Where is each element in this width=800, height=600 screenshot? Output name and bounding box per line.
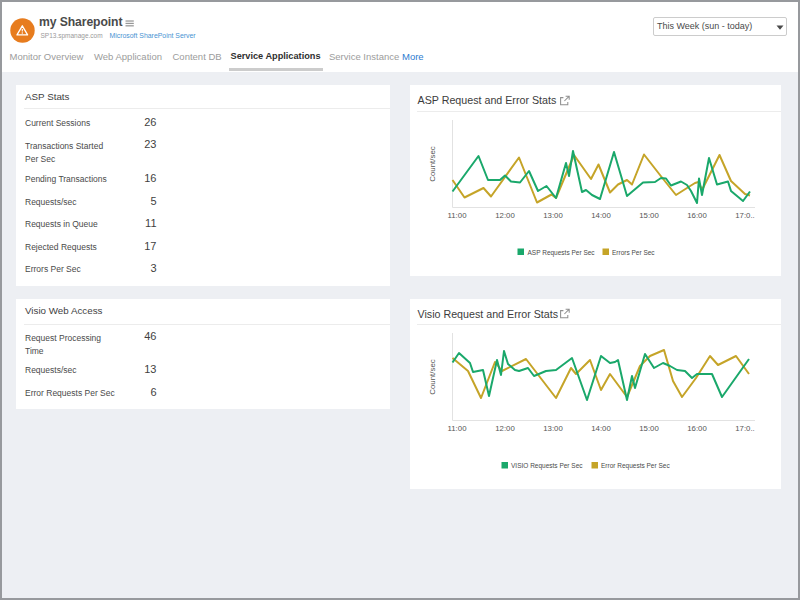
svg-text:15:00: 15:00 <box>639 211 659 220</box>
svg-text:11:00: 11:00 <box>448 424 468 433</box>
svg-text:13:00: 13:00 <box>543 211 563 220</box>
svg-text:Error Requests Per Sec: Error Requests Per Sec <box>601 462 670 470</box>
svg-text:Errors Per Sec: Errors Per Sec <box>612 249 655 256</box>
svg-text:12:00: 12:00 <box>495 424 515 433</box>
svg-text:VISIO Requests Per Sec: VISIO Requests Per Sec <box>511 462 583 470</box>
svg-text:17:0..: 17:0.. <box>735 211 755 220</box>
svg-text:14:00: 14:00 <box>591 424 611 433</box>
svg-text:14:00: 14:00 <box>591 211 611 220</box>
svg-text:Count/sec: Count/sec <box>428 359 437 395</box>
svg-text:ASP Requests Per Sec: ASP Requests Per Sec <box>528 249 596 257</box>
svg-text:Count/sec: Count/sec <box>428 146 437 182</box>
svg-text:17:0..: 17:0.. <box>735 424 755 433</box>
svg-text:15:00: 15:00 <box>639 424 659 433</box>
svg-text:16:00: 16:00 <box>687 211 707 220</box>
svg-text:16:00: 16:00 <box>687 424 707 433</box>
svg-text:12:00: 12:00 <box>495 211 515 220</box>
svg-text:13:00: 13:00 <box>543 424 563 433</box>
svg-text:11:00: 11:00 <box>448 211 468 220</box>
